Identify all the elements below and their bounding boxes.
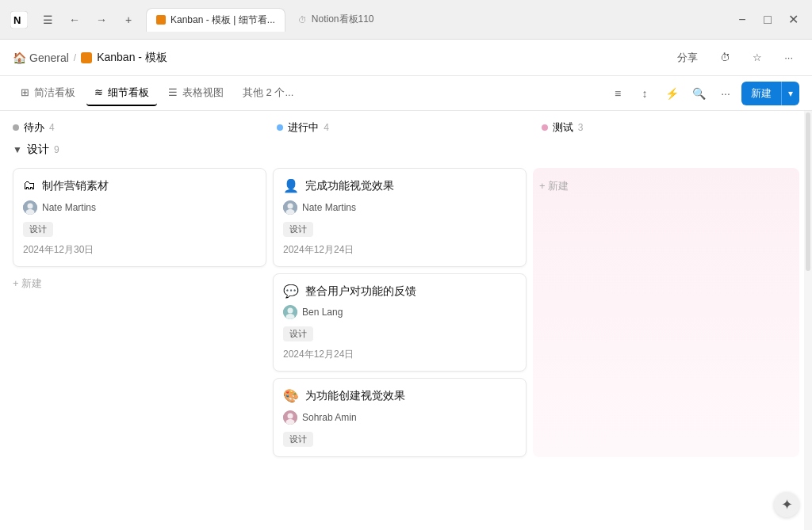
tab-title-active: Kanban - 模板 | 细节看... xyxy=(170,13,275,27)
toolbar-right: ≡ ↕ ⚡ 🔍 ··· 新建 ▾ xyxy=(607,82,799,105)
card-icon-ip3: 🎨 xyxy=(283,388,299,403)
tag-design-1: 设计 xyxy=(23,222,53,237)
card-todo-1[interactable]: 🗂 制作营销素材 Nate Martins 设计 2024年12月30日 xyxy=(13,168,266,267)
tab-simple-label: 简洁看板 xyxy=(34,86,75,100)
card-title-ip3: 为功能创建视觉效果 xyxy=(305,388,405,404)
card-title-ip2: 整合用户对功能的反馈 xyxy=(305,284,416,299)
svg-point-12 xyxy=(288,413,293,418)
sort-button[interactable]: ↕ xyxy=(634,82,656,105)
breadcrumb-home-label: General xyxy=(29,51,69,64)
card-icon-ip1: 👤 xyxy=(283,178,299,193)
tag-design-ip2: 设计 xyxy=(283,326,313,341)
breadcrumb: 🏠 General / Kanban - 模板 xyxy=(13,51,167,65)
testing-dot xyxy=(542,124,548,131)
scrollbar-track xyxy=(804,111,812,530)
tab-bar: Kanban - 模板 | 细节看... ⏱ Notion看板110 xyxy=(146,8,725,32)
card-tag-ip2: 设计 xyxy=(283,326,516,341)
assignee-name-ip2: Ben Lang xyxy=(302,307,343,318)
browser-chrome: N ☰ ← → + Kanban - 模板 | 细节看... ⏱ Notion看… xyxy=(0,0,812,40)
testing-column: + 新建 xyxy=(533,168,799,457)
avatar-nate-ip1 xyxy=(283,200,297,215)
tab-simple-board[interactable]: ⊞ 简洁看板 xyxy=(13,81,83,106)
breadcrumb-home[interactable]: 🏠 General xyxy=(13,51,69,64)
columns-body: 🗂 制作营销素材 Nate Martins 设计 2024年12月30日 + 新 xyxy=(13,168,799,457)
card-title-row: 🗂 制作营销素材 xyxy=(23,178,256,194)
table-view-icon: ☰ xyxy=(168,86,178,98)
tag-design-ip1: 设计 xyxy=(283,222,313,237)
close-button[interactable]: ✕ xyxy=(782,9,804,31)
new-button-arrow[interactable]: ▾ xyxy=(781,82,799,105)
header-actions: 分享 ⏱ ☆ ··· xyxy=(671,48,799,68)
add-new-testing-button[interactable]: + 新建 xyxy=(539,174,793,198)
app-header: 🏠 General / Kanban - 模板 分享 ⏱ ☆ ··· xyxy=(0,40,812,76)
tab-loading-icon: ⏱ xyxy=(298,15,307,25)
card-inprogress-3[interactable]: 🎨 为功能创建视觉效果 Sohrab Amin 设计 xyxy=(273,378,527,457)
share-button[interactable]: 分享 xyxy=(671,48,704,68)
tab-other-label: 其他 2 个... xyxy=(243,86,293,100)
card-date-ip2: 2024年12月24日 xyxy=(283,348,516,361)
browser-navigation: ☰ ← → + xyxy=(36,9,140,31)
menu-button[interactable]: ☰ xyxy=(36,9,59,31)
group-label: 设计 xyxy=(27,143,49,157)
tag-design-ip3: 设计 xyxy=(283,432,313,447)
back-button[interactable]: ← xyxy=(63,9,86,31)
card-inprogress-2[interactable]: 💬 整合用户对功能的反馈 Ben Lang 设计 2024年12月24日 xyxy=(273,273,527,372)
minimize-button[interactable]: − xyxy=(731,9,753,31)
lightning-button[interactable]: ⚡ xyxy=(661,82,683,105)
svg-point-9 xyxy=(288,308,293,314)
inprogress-label: 进行中 xyxy=(288,120,319,135)
breadcrumb-current: Kanban - 模板 xyxy=(97,51,167,65)
testing-label: 测试 xyxy=(553,120,573,135)
tab-other[interactable]: 其他 2 个... xyxy=(235,81,301,106)
card-icon-1: 🗂 xyxy=(23,178,36,193)
tab-detail-label: 细节看板 xyxy=(108,86,149,100)
new-tab-button[interactable]: + xyxy=(117,9,140,31)
more-toolbar-button[interactable]: ··· xyxy=(714,82,737,105)
forward-button[interactable]: → xyxy=(90,9,113,31)
add-new-todo-button[interactable]: + 新建 xyxy=(13,273,266,294)
window-controls: − □ ✕ xyxy=(731,9,804,31)
assignee-name-1: Nate Martins xyxy=(42,202,96,213)
history-button[interactable]: ⏱ xyxy=(714,48,737,67)
todo-column: 🗂 制作营销素材 Nate Martins 设计 2024年12月30日 + 新 xyxy=(13,168,266,457)
col-header-testing: 测试 3 xyxy=(542,120,799,135)
inprogress-dot xyxy=(277,124,283,131)
tab-active[interactable]: Kanban - 模板 | 细节看... xyxy=(146,8,285,32)
tabs-toolbar: ⊞ 简洁看板 ≋ 细节看板 ☰ 表格视图 其他 2 个... ≡ ↕ ⚡ 🔍 ·… xyxy=(0,76,812,111)
group-row-design[interactable]: ▼ 设计 9 xyxy=(13,138,799,162)
card-title-row-ip2: 💬 整合用户对功能的反馈 xyxy=(283,284,516,299)
bottom-action-button[interactable]: ✦ xyxy=(774,492,799,517)
home-icon: 🏠 xyxy=(13,51,26,64)
card-inprogress-1[interactable]: 👤 完成功能视觉效果 Nate Martins 设计 2024年12月24日 xyxy=(273,168,527,267)
card-title-ip1: 完成功能视觉效果 xyxy=(305,178,394,194)
scrollbar-thumb[interactable] xyxy=(806,112,810,271)
kanban-page-icon xyxy=(81,52,92,63)
card-tag-ip3: 设计 xyxy=(283,431,516,447)
column-headers: 待办 4 进行中 4 测试 3 xyxy=(13,120,799,135)
star-button[interactable]: ☆ xyxy=(746,48,768,67)
assignee-name-ip1: Nate Martins xyxy=(302,202,356,213)
avatar-ben-ip2 xyxy=(283,305,297,319)
card-icon-ip2: 💬 xyxy=(283,284,299,299)
svg-point-6 xyxy=(288,203,293,208)
card-title-row-ip3: 🎨 为功能创建视觉效果 xyxy=(283,388,516,404)
card-date-ip1: 2024年12月24日 xyxy=(283,243,516,257)
tab-inactive[interactable]: ⏱ Notion看板110 xyxy=(289,8,384,31)
tab-detail-board[interactable]: ≋ 细节看板 xyxy=(86,81,157,106)
kanban-area: 待办 4 进行中 4 测试 3 ▼ 设计 9 xyxy=(0,111,812,530)
card-assignee-ip3: Sohrab Amin xyxy=(283,410,516,425)
tab-title-inactive: Notion看板110 xyxy=(312,13,374,26)
tab-table-view[interactable]: ☰ 表格视图 xyxy=(160,81,232,106)
maximize-button[interactable]: □ xyxy=(756,9,779,31)
tab-favicon xyxy=(156,15,166,25)
detail-board-icon: ≋ xyxy=(94,86,103,98)
card-date-1: 2024年12月30日 xyxy=(23,243,256,257)
filter-button[interactable]: ≡ xyxy=(607,82,629,105)
col-header-inprogress: 进行中 4 xyxy=(277,120,534,135)
new-button[interactable]: 新建 xyxy=(741,82,781,105)
search-button[interactable]: 🔍 xyxy=(688,82,710,105)
assignee-name-ip3: Sohrab Amin xyxy=(302,412,357,423)
todo-label: 待办 xyxy=(24,120,44,135)
avatar-sohrab-ip3 xyxy=(283,410,297,425)
more-header-button[interactable]: ··· xyxy=(778,48,799,67)
